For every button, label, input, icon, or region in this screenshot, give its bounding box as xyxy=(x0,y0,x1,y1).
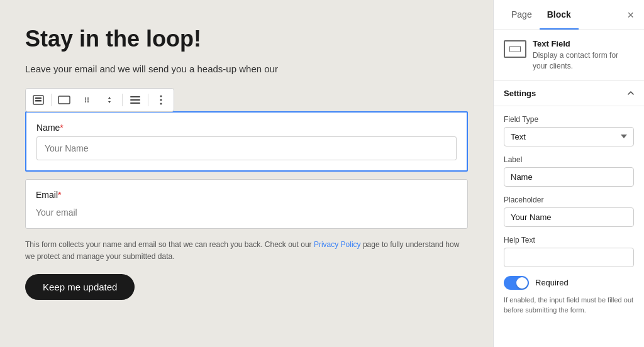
panel-header: Page Block × xyxy=(494,0,644,30)
name-field-container: Name* xyxy=(25,111,468,172)
name-label: Name* xyxy=(36,123,457,133)
page-title: Stay in the loop! xyxy=(25,25,468,52)
close-button[interactable]: × xyxy=(627,9,634,21)
label-input[interactable] xyxy=(504,167,634,187)
help-text-label: Help Text xyxy=(504,236,634,245)
tab-block[interactable]: Block xyxy=(540,1,579,30)
placeholder-group: Placeholder xyxy=(504,196,634,227)
submit-button[interactable]: Keep me updated xyxy=(25,274,135,300)
required-toggle[interactable] xyxy=(504,276,529,290)
toolbar-align-icon[interactable] xyxy=(124,90,147,110)
toolbar-more-icon[interactable] xyxy=(150,90,172,110)
svg-point-4 xyxy=(85,97,86,99)
page-subtitle: Leave your email and we will send you a … xyxy=(25,62,468,77)
block-toolbar xyxy=(25,88,174,112)
required-label: Required xyxy=(535,278,569,287)
toolbar-input-icon[interactable] xyxy=(53,90,75,110)
block-info-text: Text Field Display a contact form for yo… xyxy=(533,39,634,72)
privacy-policy-link[interactable]: Privacy Policy xyxy=(314,240,361,249)
toolbar-divider-1 xyxy=(51,94,52,106)
settings-section: Settings Field Type Text Email Number UR… xyxy=(494,81,644,324)
right-panel: Page Block × Text Field Display a contac… xyxy=(493,0,644,347)
svg-point-6 xyxy=(85,99,86,101)
email-field-container: Email* xyxy=(25,179,468,229)
settings-body: Field Type Text Email Number URL Phone L… xyxy=(494,106,644,324)
privacy-text: This form collects your name and email s… xyxy=(25,239,468,263)
toolbar-divider-2 xyxy=(122,94,123,106)
email-label: Email* xyxy=(36,190,457,200)
svg-point-9 xyxy=(87,101,89,102)
svg-point-15 xyxy=(160,102,162,104)
block-icon xyxy=(504,40,526,58)
help-text-input[interactable] xyxy=(504,248,634,267)
required-hint: If enabled, the input field must be fill… xyxy=(504,295,634,316)
svg-rect-2 xyxy=(35,100,42,102)
toolbar-form-icon[interactable] xyxy=(27,90,50,110)
chevron-up-icon xyxy=(628,90,634,96)
block-icon-inner xyxy=(509,46,521,52)
email-input[interactable] xyxy=(36,207,457,218)
svg-rect-11 xyxy=(130,99,140,101)
toolbar-divider-3 xyxy=(148,94,148,106)
label-field-label: Label xyxy=(504,155,634,164)
block-type-title: Text Field xyxy=(533,39,634,48)
placeholder-field-label: Placeholder xyxy=(504,196,634,204)
field-type-group: Field Type Text Email Number URL Phone xyxy=(504,115,634,146)
required-toggle-group: Required If enabled, the input field mus… xyxy=(504,276,634,316)
toggle-row: Required xyxy=(504,276,634,290)
svg-rect-3 xyxy=(58,96,70,104)
block-description: Display a contact form for your clients. xyxy=(533,50,634,72)
settings-header[interactable]: Settings xyxy=(494,81,644,106)
svg-point-8 xyxy=(85,101,86,102)
field-type-select[interactable]: Text Email Number URL Phone xyxy=(504,127,634,146)
left-panel: Stay in the loop! Leave your email and w… xyxy=(0,0,493,347)
svg-point-13 xyxy=(160,95,162,97)
toolbar-arrows-icon[interactable] xyxy=(98,90,121,110)
svg-point-14 xyxy=(160,99,162,101)
svg-point-7 xyxy=(87,99,89,101)
name-input[interactable] xyxy=(36,136,457,160)
placeholder-input[interactable] xyxy=(504,207,634,227)
svg-rect-12 xyxy=(130,102,140,104)
help-text-group: Help Text xyxy=(504,236,634,267)
svg-rect-1 xyxy=(35,97,42,99)
block-info: Text Field Display a contact form for yo… xyxy=(494,30,644,81)
svg-rect-10 xyxy=(130,96,140,97)
toolbar-drag-icon[interactable] xyxy=(75,90,98,110)
svg-point-5 xyxy=(87,97,89,99)
field-type-label: Field Type xyxy=(504,115,634,124)
tab-page[interactable]: Page xyxy=(504,1,540,30)
label-group: Label xyxy=(504,155,634,187)
email-box: Email* xyxy=(25,179,468,229)
